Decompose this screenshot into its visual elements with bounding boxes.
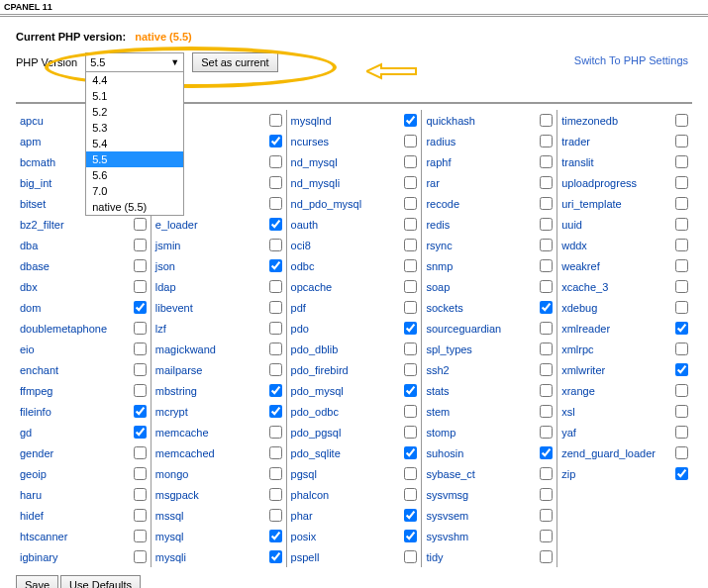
extension-name-link[interactable]: mailparse — [155, 364, 203, 376]
extension-name-link[interactable]: sourceguardian — [426, 323, 501, 335]
extension-checkbox[interactable] — [134, 218, 147, 231]
extension-name-link[interactable]: uploadprogress — [561, 177, 637, 189]
extension-checkbox[interactable] — [540, 509, 553, 522]
extension-name-link[interactable]: pdo_dblib — [291, 343, 339, 355]
extension-checkbox[interactable] — [540, 426, 553, 439]
php-version-option[interactable]: 5.1 — [86, 88, 183, 104]
extension-checkbox[interactable] — [269, 301, 282, 314]
extension-checkbox[interactable] — [404, 488, 417, 501]
extension-name-link[interactable]: nd_mysqli — [291, 177, 341, 189]
extension-name-link[interactable]: mongo — [155, 468, 189, 480]
extension-name-link[interactable]: lzf — [155, 323, 166, 335]
extension-name-link[interactable]: dbase — [20, 260, 50, 272]
extension-checkbox[interactable] — [404, 259, 417, 272]
extension-checkbox[interactable] — [404, 343, 417, 355]
extension-checkbox[interactable] — [540, 239, 553, 251]
extension-checkbox[interactable] — [269, 280, 282, 293]
extension-name-link[interactable]: phar — [291, 510, 313, 522]
extension-checkbox[interactable] — [134, 322, 147, 335]
extension-checkbox[interactable] — [269, 322, 282, 335]
extension-name-link[interactable]: memcache — [155, 427, 209, 439]
extension-name-link[interactable]: sybase_ct — [426, 468, 475, 480]
extension-checkbox[interactable] — [269, 135, 282, 147]
extension-name-link[interactable]: xmlreader — [561, 323, 610, 335]
extension-checkbox[interactable] — [404, 301, 417, 314]
extension-name-link[interactable]: xmlwriter — [561, 364, 605, 376]
extension-name-link[interactable]: pdo_firebird — [291, 364, 349, 376]
extension-name-link[interactable]: pdo — [291, 323, 309, 335]
extension-name-link[interactable]: igbinary — [20, 551, 58, 563]
extension-name-link[interactable]: quickhash — [426, 115, 475, 127]
extension-name-link[interactable]: phalcon — [291, 489, 330, 501]
php-version-option[interactable]: 5.5 — [86, 151, 183, 167]
extension-checkbox[interactable] — [404, 239, 417, 251]
extension-checkbox[interactable] — [540, 550, 553, 563]
extension-checkbox[interactable] — [269, 259, 282, 272]
extension-name-link[interactable]: radius — [426, 136, 455, 147]
extension-checkbox[interactable] — [404, 197, 417, 210]
extension-name-link[interactable]: sysvmsg — [426, 489, 468, 501]
extension-checkbox[interactable] — [134, 363, 147, 376]
extension-checkbox[interactable] — [269, 509, 282, 522]
extension-name-link[interactable]: soap — [426, 281, 450, 293]
extension-name-link[interactable]: fileinfo — [20, 406, 51, 418]
extension-checkbox[interactable] — [540, 363, 553, 376]
extension-name-link[interactable]: pdo_sqlite — [291, 447, 341, 459]
extension-checkbox[interactable] — [269, 405, 282, 418]
extension-checkbox[interactable] — [675, 155, 688, 168]
extension-name-link[interactable]: mysqlnd — [291, 115, 332, 127]
extension-name-link[interactable]: bitset — [20, 198, 46, 210]
set-as-current-button[interactable]: Set as current — [192, 52, 277, 72]
extension-checkbox[interactable] — [269, 114, 282, 127]
php-version-option[interactable]: 4.4 — [86, 72, 183, 88]
extension-checkbox[interactable] — [269, 176, 282, 189]
php-version-dropdown[interactable]: 4.45.15.25.35.45.55.67.0native (5.5) — [85, 72, 184, 216]
extension-name-link[interactable]: uri_template — [561, 198, 622, 210]
extension-name-link[interactable]: apcu — [20, 115, 44, 127]
extension-checkbox[interactable] — [540, 405, 553, 418]
php-version-option[interactable]: 5.3 — [86, 120, 183, 136]
extension-checkbox[interactable] — [675, 301, 688, 314]
extension-name-link[interactable]: spl_types — [426, 343, 471, 355]
extension-name-link[interactable]: gender — [20, 447, 53, 459]
php-version-select[interactable]: 5.5 ▼ — [85, 52, 184, 72]
extension-name-link[interactable]: opcache — [291, 281, 333, 293]
extension-checkbox[interactable] — [404, 114, 417, 127]
extension-name-link[interactable]: pdo_pgsql — [291, 427, 342, 439]
extension-checkbox[interactable] — [540, 343, 553, 355]
extension-checkbox[interactable] — [675, 405, 688, 418]
extension-name-link[interactable]: recode — [426, 198, 459, 210]
extension-checkbox[interactable] — [404, 405, 417, 418]
extension-checkbox[interactable] — [269, 239, 282, 251]
extension-name-link[interactable]: eio — [20, 343, 35, 355]
extension-checkbox[interactable] — [269, 426, 282, 439]
extension-checkbox[interactable] — [134, 405, 147, 418]
extension-checkbox[interactable] — [404, 550, 417, 563]
extension-name-link[interactable]: rar — [426, 177, 439, 189]
extension-name-link[interactable]: posix — [291, 531, 317, 542]
extension-checkbox[interactable] — [404, 363, 417, 376]
php-version-option[interactable]: 5.4 — [86, 136, 183, 151]
extension-checkbox[interactable] — [675, 343, 688, 355]
extension-name-link[interactable]: zip — [561, 468, 575, 480]
extension-checkbox[interactable] — [675, 176, 688, 189]
extension-name-link[interactable]: ffmpeg — [20, 385, 52, 397]
php-version-option[interactable]: 5.6 — [86, 167, 183, 183]
extension-checkbox[interactable] — [675, 218, 688, 231]
extension-name-link[interactable]: oauth — [291, 219, 319, 231]
extension-checkbox[interactable] — [540, 301, 553, 314]
php-version-option[interactable]: native (5.5) — [86, 199, 183, 215]
extension-checkbox[interactable] — [675, 197, 688, 210]
extension-name-link[interactable]: doublemetaphone — [20, 323, 107, 335]
extension-name-link[interactable]: ldap — [155, 281, 176, 293]
extension-checkbox[interactable] — [540, 259, 553, 272]
extension-checkbox[interactable] — [675, 426, 688, 439]
extension-name-link[interactable]: dba — [20, 240, 38, 251]
extension-name-link[interactable]: pgsql — [291, 468, 317, 480]
extension-checkbox[interactable] — [540, 446, 553, 459]
extension-checkbox[interactable] — [540, 488, 553, 501]
extension-checkbox[interactable] — [675, 135, 688, 147]
extension-checkbox[interactable] — [134, 467, 147, 480]
extension-name-link[interactable]: tidy — [426, 551, 443, 563]
extension-name-link[interactable]: snmp — [426, 260, 453, 272]
